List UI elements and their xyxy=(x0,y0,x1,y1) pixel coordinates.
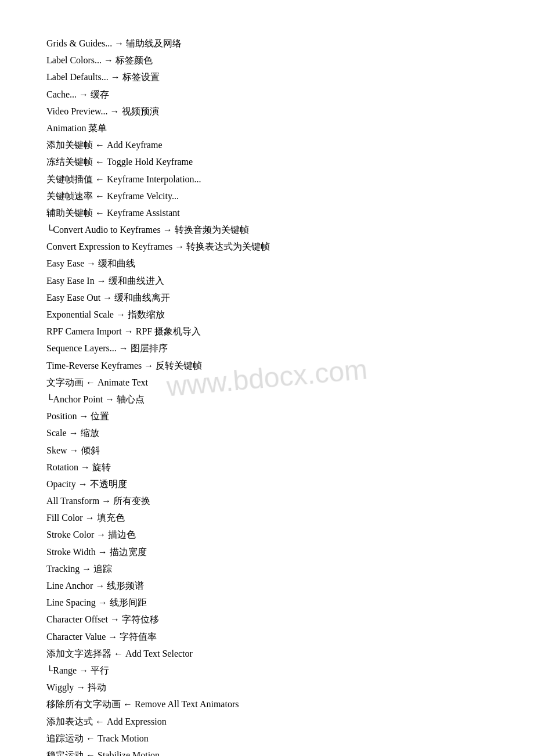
list-item: Easy Ease → 缓和曲线 xyxy=(46,255,488,272)
list-item: 关键帧插值 ← Keyframe Interpolation... xyxy=(46,171,488,188)
list-item: Fill Color → 填充色 xyxy=(46,509,488,526)
list-item: RPF Camera Import → RPF 摄象机导入 xyxy=(46,323,488,340)
list-item: Tracking → 追踪 xyxy=(46,560,488,577)
list-item: 辅助关键帧 ← Keyframe Assistant xyxy=(46,204,488,221)
list-item: 追踪运动 ← Track Motion xyxy=(46,730,488,747)
list-item: └Range → 平行 xyxy=(46,662,488,679)
list-item: Video Preview... → 视频预演 xyxy=(46,103,488,120)
list-item: Cache... → 缓存 xyxy=(46,86,488,103)
list-item: Convert Expression to Keyframes → 转换表达式为… xyxy=(46,238,488,255)
list-item: 添加关键帧 ← Add Keyframe xyxy=(46,136,488,153)
list-item: Time-Reverse Keyframes → 反转关键帧 xyxy=(46,357,488,374)
list-item: All Transform → 所有变换 xyxy=(46,492,488,509)
list-item: 文字动画 ← Animate Text xyxy=(46,374,488,391)
list-item: 冻结关键帧 ← Toggle Hold Keyframe xyxy=(46,153,488,170)
list-item: Rotation → 旋转 xyxy=(46,459,488,476)
list-item: Sequence Layers... → 图层排序 xyxy=(46,340,488,357)
list-item: Position → 位置 xyxy=(46,408,488,424)
list-item: Label Colors... → 标签颜色 xyxy=(46,52,488,69)
list-item: Stroke Width → 描边宽度 xyxy=(46,543,488,560)
list-item: 关键帧速率 ← Keyframe Velcity... xyxy=(46,188,488,204)
list-item: Opacity → 不透明度 xyxy=(46,476,488,492)
list-item: Easy Ease In → 缓和曲线进入 xyxy=(46,272,488,289)
list-item: Wiggly → 抖动 xyxy=(46,679,488,696)
list-item: Character Value → 字符值率 xyxy=(46,628,488,645)
list-item: Character Offset → 字符位移 xyxy=(46,611,488,628)
list-item: Easy Ease Out → 缓和曲线离开 xyxy=(46,289,488,306)
list-item: Skew → 倾斜 xyxy=(46,442,488,459)
list-item: 稳定运动 ← Stabilize Motion xyxy=(46,747,488,756)
list-item: Grids & Guides... → 辅助线及网络 xyxy=(46,35,488,52)
list-item: └Convert Audio to Keyframes → 转换音频为关键帧 xyxy=(46,221,488,238)
list-item: 添加表达式 ← Add Expression xyxy=(46,713,488,730)
list-item: └Anchor Point → 轴心点 xyxy=(46,391,488,408)
list-item: Line Spacing → 线形间距 xyxy=(46,594,488,611)
list-item: Label Defaults... → 标签设置 xyxy=(46,69,488,85)
list-item: Animation 菜单 xyxy=(46,120,488,136)
list-item: Line Anchor → 线形频谱 xyxy=(46,577,488,594)
list-item: Stroke Color → 描边色 xyxy=(46,526,488,543)
list-item: Scale → 缩放 xyxy=(46,424,488,441)
list-item: 移除所有文字动画 ← Remove All Text Animators xyxy=(46,696,488,712)
content-list: Grids & Guides... → 辅助线及网络Label Colors..… xyxy=(46,35,488,756)
list-item: 添加文字选择器 ← Add Text Selector xyxy=(46,645,488,662)
list-item: Exponential Scale → 指数缩放 xyxy=(46,306,488,323)
